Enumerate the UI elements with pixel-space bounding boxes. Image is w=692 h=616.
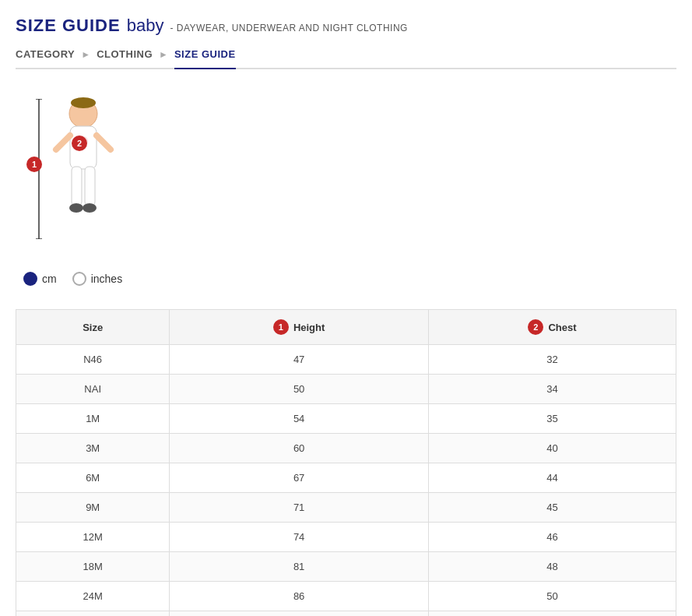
- cell-chest: 50: [428, 582, 676, 611]
- cell-size: N46: [16, 345, 170, 375]
- cell-size: 24M: [16, 582, 170, 611]
- table-row: 24M 86 50: [16, 582, 676, 611]
- cell-chest: 34: [428, 375, 676, 404]
- svg-rect-9: [85, 167, 95, 206]
- cell-size: 1M: [16, 404, 170, 434]
- cell-chest: 40: [428, 434, 676, 463]
- breadcrumb-sizeguide[interactable]: SIZE GUIDE: [174, 48, 236, 69]
- cell-chest: 52: [428, 611, 676, 617]
- cm-label: cm: [42, 273, 57, 285]
- size-table: Size 1 Height 2 Chest N46 47: [16, 309, 676, 616]
- chest-badge: 2: [72, 136, 87, 151]
- table-row: 12M 74 46: [16, 523, 676, 552]
- svg-point-10: [69, 203, 83, 213]
- chest-col-badge: 2: [528, 319, 543, 335]
- page-title-area: SIZE GUIDE baby - DAYWEAR, UNDERWEAR AND…: [16, 16, 676, 36]
- baby-figure: [48, 97, 118, 241]
- cell-size: 3M: [16, 434, 170, 463]
- cell-chest: 45: [428, 493, 676, 523]
- table-row: NAI 50 34: [16, 375, 676, 404]
- inches-option[interactable]: inches: [72, 272, 122, 286]
- cm-option[interactable]: cm: [23, 272, 57, 286]
- breadcrumb-category[interactable]: CATEGORY: [16, 48, 75, 60]
- cell-height: 95: [170, 611, 429, 617]
- cell-height: 86: [170, 582, 429, 611]
- table-row: 36M 95 52: [16, 611, 676, 617]
- page-wrapper: SIZE GUIDE baby - DAYWEAR, UNDERWEAR AND…: [0, 0, 692, 616]
- breadcrumb-sep-1: ►: [81, 49, 90, 60]
- title-sub: baby: [127, 16, 164, 36]
- table-row: 1M 54 35: [16, 404, 676, 434]
- cell-height: 47: [170, 345, 429, 375]
- svg-line-7: [97, 136, 111, 150]
- cell-height: 67: [170, 463, 429, 493]
- title-main: SIZE GUIDE: [16, 16, 121, 36]
- table-row: 9M 71 45: [16, 493, 676, 523]
- table-row: 18M 81 48: [16, 552, 676, 582]
- col-header-chest: 2 Chest: [428, 310, 676, 345]
- cell-size: 6M: [16, 463, 170, 493]
- col-header-height: 1 Height: [170, 310, 429, 345]
- inches-label: inches: [91, 273, 122, 285]
- cell-height: 60: [170, 434, 429, 463]
- illustration-wrap: 1 2: [16, 93, 132, 248]
- cell-size: 36M: [16, 611, 170, 617]
- svg-point-11: [83, 203, 97, 213]
- cell-chest: 32: [428, 345, 676, 375]
- svg-point-4: [71, 97, 96, 108]
- breadcrumb-sep-2: ►: [159, 49, 168, 60]
- height-col-badge: 1: [273, 319, 289, 335]
- unit-toggle: cm inches: [23, 272, 676, 286]
- cell-chest: 35: [428, 404, 676, 434]
- table-row: 3M 60 40: [16, 434, 676, 463]
- cell-height: 81: [170, 552, 429, 582]
- breadcrumb-clothing[interactable]: CLOTHING: [97, 48, 153, 60]
- cell-chest: 48: [428, 552, 676, 582]
- cm-radio[interactable]: [23, 272, 37, 286]
- cell-height: 50: [170, 375, 429, 404]
- cell-chest: 44: [428, 463, 676, 493]
- cell-height: 54: [170, 404, 429, 434]
- col-header-size: Size: [16, 310, 170, 345]
- breadcrumb: CATEGORY ► CLOTHING ► SIZE GUIDE: [16, 48, 676, 69]
- cell-chest: 46: [428, 523, 676, 552]
- cell-height: 74: [170, 523, 429, 552]
- title-desc: - DAYWEAR, UNDERWEAR AND NIGHT CLOTHING: [170, 23, 408, 33]
- table-row: 6M 67 44: [16, 463, 676, 493]
- cell-height: 71: [170, 493, 429, 523]
- table-row: N46 47 32: [16, 345, 676, 375]
- cell-size: 9M: [16, 493, 170, 523]
- inches-radio[interactable]: [72, 272, 86, 286]
- cell-size: NAI: [16, 375, 170, 404]
- table-header-row: Size 1 Height 2 Chest: [16, 310, 676, 345]
- cell-size: 18M: [16, 552, 170, 582]
- svg-line-6: [56, 136, 70, 150]
- svg-rect-8: [72, 167, 82, 206]
- cell-size: 12M: [16, 523, 170, 552]
- illustration-area: 1 2: [16, 93, 676, 248]
- height-badge: 1: [26, 157, 42, 172]
